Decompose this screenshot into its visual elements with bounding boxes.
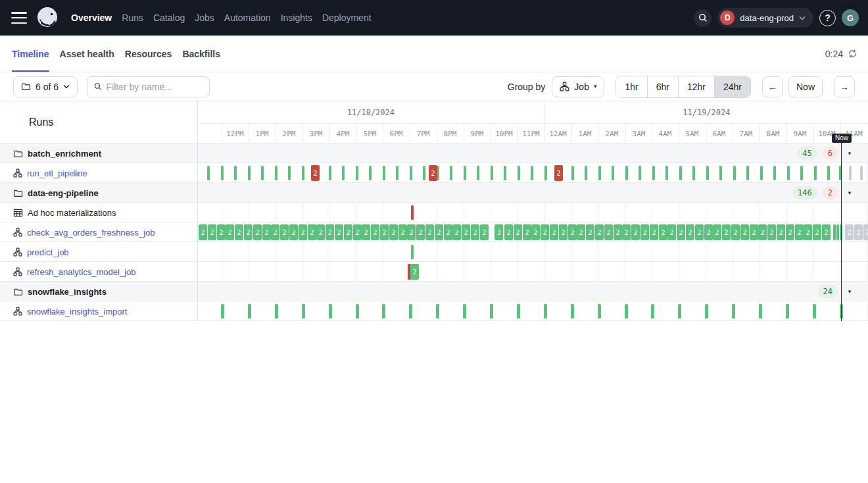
user-avatar[interactable]: G [842, 9, 859, 26]
run-mark[interactable] [411, 205, 414, 220]
run-mark[interactable] [517, 304, 520, 318]
tab-backfills[interactable]: Backfills [182, 36, 220, 72]
help-button[interactable]: ? [819, 10, 836, 26]
run-mark[interactable] [261, 166, 264, 180]
run-mark[interactable] [813, 304, 816, 318]
run-mark[interactable]: 2 [380, 224, 389, 240]
run-mark[interactable] [760, 166, 763, 180]
run-mark[interactable]: 3 [494, 224, 503, 240]
run-mark[interactable] [786, 304, 789, 318]
run-mark[interactable] [275, 166, 277, 180]
run-mark[interactable] [836, 224, 839, 240]
run-mark[interactable]: 2 [695, 224, 704, 240]
run-mark[interactable] [652, 166, 655, 180]
nav-item-insights[interactable]: Insights [281, 13, 312, 23]
range-1hr[interactable]: 1hr [616, 76, 646, 97]
run-mark[interactable]: 2 [410, 264, 419, 280]
run-mark[interactable] [464, 166, 466, 180]
nav-item-automation[interactable]: Automation [224, 13, 271, 23]
run-mark[interactable]: 2 [722, 224, 731, 240]
run-mark[interactable] [651, 304, 654, 318]
run-mark[interactable] [302, 304, 305, 318]
run-mark[interactable] [612, 166, 614, 180]
run-mark[interactable]: 2 [622, 224, 631, 240]
run-mark[interactable]: 2 [786, 224, 794, 240]
run-mark[interactable]: 2 [604, 224, 613, 240]
run-mark[interactable] [302, 166, 304, 180]
range-6hr[interactable]: 6hr [647, 76, 678, 97]
run-mark[interactable] [814, 166, 817, 180]
run-mark[interactable] [234, 166, 237, 180]
run-mark[interactable] [207, 166, 210, 180]
run-mark[interactable] [833, 224, 836, 240]
run-mark[interactable]: 2 [244, 224, 253, 240]
run-mark[interactable]: 2 [813, 224, 821, 240]
run-mark[interactable]: 2 [795, 224, 804, 240]
run-mark[interactable] [356, 304, 359, 318]
run-mark[interactable]: 2 [362, 224, 370, 240]
run-mark[interactable]: 2 [758, 224, 767, 240]
run-mark[interactable] [679, 166, 682, 180]
row-expand-caret-icon[interactable]: ▾ [844, 143, 855, 163]
run-mark[interactable]: 2 [407, 224, 416, 240]
run-mark[interactable]: 2 [371, 224, 379, 240]
run-mark[interactable]: 2 [541, 224, 549, 240]
run-mark[interactable] [639, 166, 641, 180]
row-label-check-avg-orders-freshness-job[interactable]: check_avg_orders_freshness_job [13, 222, 155, 242]
run-mark[interactable] [383, 166, 385, 180]
run-mark[interactable] [531, 166, 533, 180]
run-mark[interactable] [504, 166, 506, 180]
run-mark[interactable]: 2 [559, 224, 567, 240]
run-mark[interactable] [356, 166, 358, 180]
run-mark[interactable]: 2 [316, 224, 325, 240]
run-mark[interactable] [571, 166, 574, 180]
tab-resources[interactable]: Resources [125, 36, 172, 72]
run-mark[interactable] [800, 166, 803, 180]
run-mark[interactable]: 2 [550, 224, 558, 240]
run-mark[interactable]: 2 [235, 224, 243, 240]
deployment-switcher[interactable]: D data-eng-prod [717, 8, 813, 28]
run-mark[interactable]: 2 [577, 224, 585, 240]
run-mark[interactable]: 2 [586, 224, 594, 240]
row-expand-caret-icon[interactable]: ▾ [844, 183, 855, 203]
run-mark[interactable] [342, 166, 345, 180]
run-mark[interactable] [436, 304, 439, 318]
run-mark[interactable]: 2 [650, 224, 658, 240]
run-mark[interactable]: 2 [704, 224, 713, 240]
run-mark[interactable]: 2 [199, 224, 207, 240]
run-mark[interactable]: 2 [514, 224, 522, 240]
run-mark[interactable] [787, 166, 790, 180]
run-mark[interactable]: 2 [308, 224, 316, 240]
run-mark[interactable]: 2 [531, 224, 540, 240]
run-mark[interactable] [450, 166, 452, 180]
run-mark[interactable] [706, 166, 709, 180]
run-mark[interactable]: 2 [280, 224, 289, 240]
run-mark[interactable]: 2 [750, 224, 758, 240]
run-mark[interactable]: 2 [845, 224, 854, 240]
run-mark[interactable]: 2 [344, 224, 352, 240]
run-mark[interactable] [860, 166, 863, 180]
run-mark[interactable] [490, 304, 493, 318]
run-mark[interactable]: 2 [425, 224, 434, 240]
nav-item-overview[interactable]: Overview [71, 13, 112, 23]
nav-item-jobs[interactable]: Jobs [195, 13, 214, 23]
run-mark[interactable]: 2 [226, 224, 234, 240]
run-mark[interactable]: 2 [731, 224, 740, 240]
run-mark[interactable]: 2 [289, 224, 298, 240]
run-mark[interactable]: 2 [262, 224, 271, 240]
run-mark[interactable]: 2 [659, 224, 667, 240]
run-mark[interactable]: 2 [631, 224, 640, 240]
run-mark[interactable] [598, 166, 601, 180]
run-mark[interactable]: 2 [595, 224, 604, 240]
run-mark[interactable] [571, 304, 574, 318]
search-button[interactable] [694, 9, 711, 27]
run-mark[interactable] [773, 166, 776, 180]
run-mark[interactable] [849, 166, 852, 180]
row-label-predict-job[interactable]: predict_job [13, 242, 69, 262]
nav-item-catalog[interactable]: Catalog [153, 13, 185, 23]
run-mark[interactable]: 2 [253, 224, 262, 240]
run-mark[interactable]: 2 [271, 224, 279, 240]
tab-asset-health[interactable]: Asset health [60, 36, 114, 72]
run-mark[interactable]: 2 [416, 224, 425, 240]
run-mark[interactable] [544, 304, 547, 318]
